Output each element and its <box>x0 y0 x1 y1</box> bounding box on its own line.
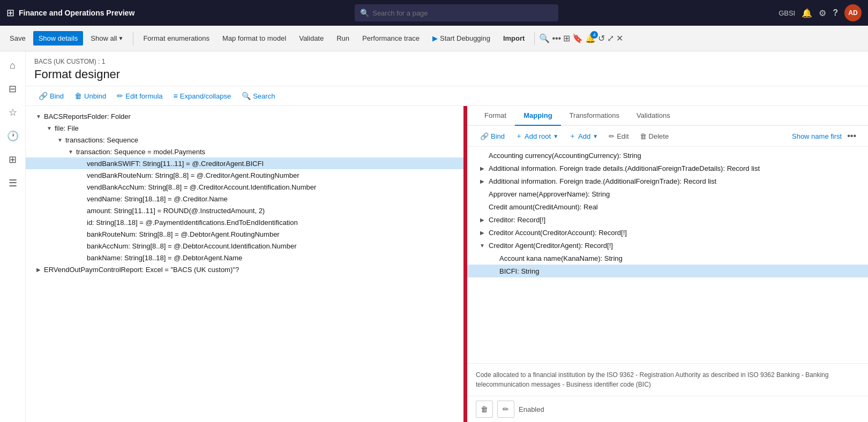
tree-item[interactable]: ▶ERVendOutPaymControlReport: Excel = "BA… <box>26 263 463 275</box>
expand-toolbar-icon[interactable]: ⤢ <box>607 33 614 43</box>
search-sub-button[interactable]: 🔍 Search <box>237 89 279 102</box>
tree-toggle-icon[interactable]: ▶ <box>34 265 43 274</box>
add-chevron-icon: ▼ <box>593 133 598 139</box>
tree-toggle-icon[interactable]: ▼ <box>66 147 75 156</box>
tree-item[interactable]: vendBankSWIFT: String[11..11] = @.Credit… <box>26 157 463 169</box>
map-item[interactable]: ▼Creditor Agent(CreditorAgent): Record[!… <box>467 239 868 252</box>
map-toggle-icon[interactable]: ▶ <box>478 177 487 185</box>
add-button[interactable]: ＋ Add ▼ <box>565 129 602 143</box>
map-item[interactable]: Credit amount(CreditAmount): Real <box>467 200 868 213</box>
bind-sub-button[interactable]: 🔗 Bind <box>34 89 68 102</box>
run-button[interactable]: Run <box>331 31 355 46</box>
tree-toggle-icon <box>77 253 86 262</box>
help-icon[interactable]: ? <box>833 8 838 18</box>
mapping-tab-transformations[interactable]: Transformations <box>561 106 628 126</box>
delete-map-icon: 🗑 <box>640 132 647 140</box>
grid-toolbar-icon[interactable]: ⊞ <box>563 33 570 43</box>
show-details-button[interactable]: Show details <box>33 31 84 46</box>
map-item[interactable]: BICFI: String <box>467 265 868 277</box>
home-icon[interactable]: ⌂ <box>3 56 23 75</box>
tree-toggle-icon[interactable]: ▼ <box>45 124 54 132</box>
unbind-sub-button[interactable]: 🗑 Unbind <box>70 89 110 102</box>
show-all-button[interactable]: Show all ▼ <box>85 31 129 46</box>
mapping-tab-format[interactable]: Format <box>476 106 515 126</box>
tree-toggle-icon <box>77 183 86 191</box>
tree-item-label: transaction: Sequence = model.Payments <box>76 148 205 156</box>
import-button[interactable]: Import <box>498 31 530 46</box>
add-icon: ＋ <box>569 131 576 141</box>
map-item[interactable]: ▶Creditor Account(CreditorAccount): Reco… <box>467 226 868 239</box>
table-icon[interactable]: ⊞ <box>3 150 23 169</box>
footer-edit-button[interactable]: ✏ <box>497 401 514 418</box>
map-toggle-icon[interactable]: ▼ <box>478 241 487 250</box>
tree-item[interactable]: ▼BACSReportsFolder: Folder <box>26 110 463 122</box>
settings-icon[interactable]: ⚙ <box>819 8 826 18</box>
tree-item[interactable]: amount: String[11..11] = ROUND(@.Instruc… <box>26 205 463 216</box>
delete-map-button[interactable]: 🗑 Delete <box>635 130 674 142</box>
list-icon[interactable]: ☰ <box>3 174 23 193</box>
tree-item[interactable]: ▼transaction: Sequence = model.Payments <box>26 146 463 157</box>
footer-delete-button[interactable]: 🗑 <box>476 401 493 418</box>
map-item[interactable]: ▶Additional information. Foreign trade d… <box>467 162 868 175</box>
split-pane: ▼BACSReportsFolder: Folder▼file: File▼tr… <box>26 106 868 422</box>
tree-item[interactable]: bankRouteNum: String[8..8] = @.DebtorAge… <box>26 228 463 240</box>
validate-button[interactable]: Validate <box>294 31 329 46</box>
tree-toggle-icon <box>77 242 86 250</box>
top-nav-right: GBSI 🔔 ⚙ ? AD <box>779 4 862 21</box>
search-icon: 🔍 <box>360 9 369 17</box>
mapping-description: Code allocated to a financial institutio… <box>467 363 868 396</box>
map-toggle-icon[interactable]: ▶ <box>478 228 487 237</box>
tree-item[interactable]: id: String[18..18] = @.PaymentIdentifica… <box>26 216 463 228</box>
tree-item[interactable]: vendBankAccNum: String[8..8] = @.Credito… <box>26 181 463 193</box>
tree-item-label: vendBankRouteNum: String[8..8] = @.Credi… <box>87 171 300 179</box>
add-root-button[interactable]: ＋ Add root ▼ <box>511 129 563 143</box>
mapping-tab-validations[interactable]: Validations <box>628 106 679 126</box>
tree-item[interactable]: vendBankRouteNum: String[8..8] = @.Credi… <box>26 169 463 181</box>
mapping-more-button[interactable]: ••• <box>844 129 859 143</box>
more-toolbar-icon[interactable]: ••• <box>552 34 561 43</box>
start-debugging-button[interactable]: ▶ Start Debugging <box>427 31 496 46</box>
tree-toggle-icon <box>77 218 86 227</box>
avatar[interactable]: AD <box>844 4 862 21</box>
tree-toggle-icon <box>77 171 86 179</box>
tree-item[interactable]: bankName: String[18..18] = @.DebtorAgent… <box>26 252 463 263</box>
map-item[interactable]: ▶Additional information. Foreign trade.(… <box>467 175 868 187</box>
tree-item[interactable]: ▼file: File <box>26 122 463 134</box>
region-label: GBSI <box>779 9 795 17</box>
waffle-icon[interactable]: ⊞ <box>6 7 14 19</box>
map-item[interactable]: Account kana name(KanaName): String <box>467 252 868 265</box>
tree-item[interactable]: ▼transactions: Sequence <box>26 134 463 146</box>
map-toggle-icon <box>478 202 487 211</box>
bookmark-toolbar-icon[interactable]: 🔖 <box>572 33 583 43</box>
app-title: Finance and Operations Preview <box>19 9 134 17</box>
star-icon[interactable]: ☆ <box>3 103 23 122</box>
format-enumerations-button[interactable]: Format enumerations <box>138 31 215 46</box>
map-toggle-icon <box>478 190 487 198</box>
map-toggle-icon[interactable]: ▶ <box>478 164 487 172</box>
tree-item[interactable]: bankAccNum: String[8..8] = @.DebtorAccou… <box>26 240 463 252</box>
mapping-tab-mapping[interactable]: Mapping <box>515 106 560 126</box>
search-toolbar-icon[interactable]: 🔍 <box>539 33 550 43</box>
global-search-input[interactable] <box>372 9 553 17</box>
edit-map-button[interactable]: ✏ Edit <box>604 130 633 142</box>
filter-icon[interactable]: ⊟ <box>3 79 23 99</box>
performance-trace-button[interactable]: Performance trace <box>357 31 425 46</box>
map-item[interactable]: ▶Creditor: Record[!] <box>467 213 868 226</box>
tree-toggle-icon[interactable]: ▼ <box>34 112 43 120</box>
map-bind-button[interactable]: 🔗 Bind <box>476 130 509 142</box>
show-name-first-button[interactable]: Show name first <box>792 132 842 140</box>
notification-icon[interactable]: 🔔 <box>802 8 812 18</box>
clock-icon[interactable]: 🕐 <box>3 126 23 146</box>
expand-collapse-button[interactable]: ≡ Expand/collapse <box>169 89 236 102</box>
map-toggle-icon[interactable]: ▶ <box>478 215 487 224</box>
tree-item[interactable]: vendName: String[18..18] = @.Creditor.Na… <box>26 193 463 205</box>
map-item[interactable]: Accounting currency(AccountingCurrency):… <box>467 149 868 162</box>
map-item[interactable]: Approver name(ApproverName): String <box>467 187 868 200</box>
tree-toggle-icon[interactable]: ▼ <box>56 135 64 144</box>
show-all-label: Show all <box>91 34 117 42</box>
close-toolbar-icon[interactable]: ✕ <box>616 33 623 43</box>
map-format-to-model-button[interactable]: Map format to model <box>217 31 291 46</box>
edit-formula-button[interactable]: ✏ Edit formula <box>113 89 167 102</box>
refresh-toolbar-icon[interactable]: ↺ <box>598 33 605 43</box>
save-button[interactable]: Save <box>4 31 31 46</box>
